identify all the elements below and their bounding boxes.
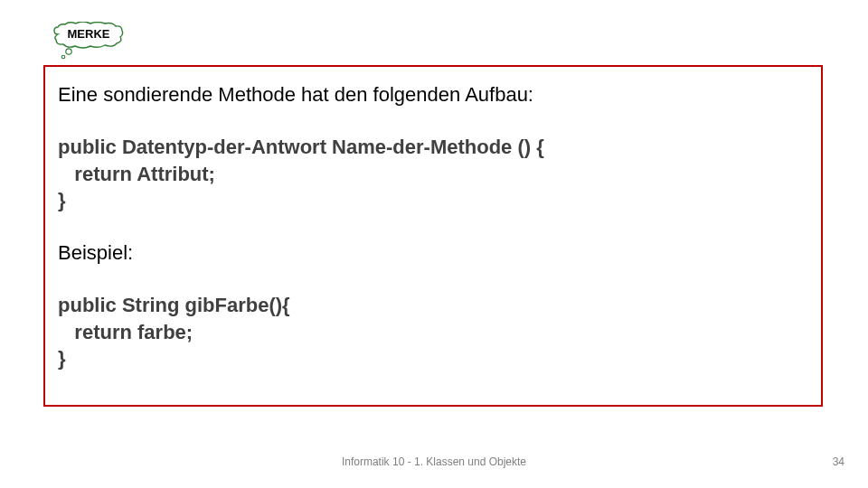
- merke-badge: MERKE: [52, 22, 125, 63]
- page-number: 34: [833, 455, 844, 468]
- svg-point-1: [61, 55, 65, 59]
- example-label: Beispiel:: [58, 241, 808, 265]
- footer-title: Informatik 10 - 1. Klassen und Objekte: [0, 455, 868, 468]
- method-example-code: public String gibFarbe(){ return farbe; …: [58, 292, 808, 372]
- intro-text: Eine sondierende Methode hat den folgend…: [58, 83, 808, 107]
- merke-label: MERKE: [57, 23, 120, 46]
- svg-point-0: [66, 49, 71, 54]
- content-box: Eine sondierende Methode hat den folgend…: [43, 65, 823, 407]
- method-template-code: public Datentyp-der-Antwort Name-der-Met…: [58, 134, 808, 214]
